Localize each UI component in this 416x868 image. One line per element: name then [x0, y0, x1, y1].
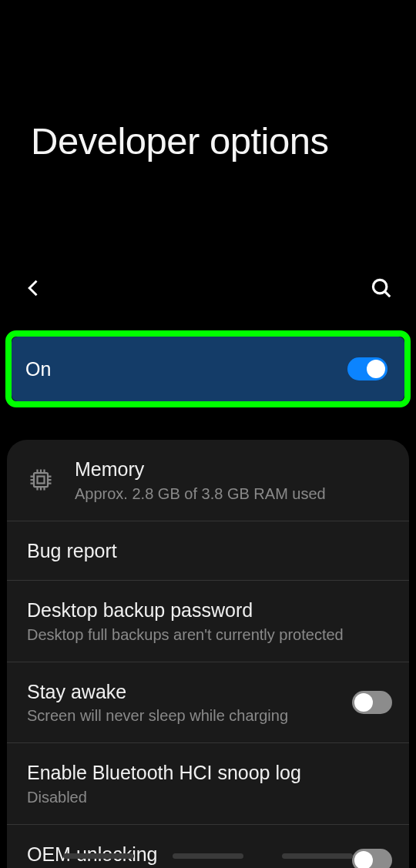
item-title: Enable Bluetooth HCI snoop log: [27, 760, 392, 786]
item-title: Bug report: [27, 538, 392, 564]
item-text: Bug report: [27, 538, 392, 564]
item-subtitle: Disabled: [27, 787, 392, 807]
setting-item-bug-report[interactable]: Bug report: [7, 521, 409, 581]
item-title: Desktop backup password: [27, 598, 392, 623]
setting-item-oem-unlocking[interactable]: OEM unlocking Allow the bootloader to be…: [7, 825, 409, 869]
master-toggle-label: On: [25, 358, 51, 380]
svg-rect-2: [34, 473, 48, 487]
page-title: Developer options: [0, 0, 416, 163]
setting-item-stay-awake[interactable]: Stay awake Screen will never sleep while…: [7, 662, 409, 744]
svg-rect-3: [38, 477, 45, 484]
item-text: Desktop backup password Desktop full bac…: [27, 598, 392, 645]
switch-thumb: [354, 693, 373, 712]
setting-item-bluetooth-hci[interactable]: Enable Bluetooth HCI snoop log Disabled: [7, 743, 409, 825]
search-icon[interactable]: [370, 276, 393, 303]
nav-recent[interactable]: [63, 853, 134, 859]
switch-thumb: [367, 360, 385, 378]
back-icon[interactable]: [23, 277, 45, 302]
item-title: Memory: [75, 457, 392, 482]
memory-icon: [27, 466, 55, 494]
nav-home[interactable]: [173, 853, 243, 859]
toolbar: [0, 270, 416, 309]
item-title: Stay awake: [27, 679, 343, 705]
item-text: Memory Approx. 2.8 GB of 3.8 GB RAM used: [75, 457, 392, 504]
item-subtitle: Approx. 2.8 GB of 3.8 GB RAM used: [75, 484, 392, 504]
item-text: Enable Bluetooth HCI snoop log Disabled: [27, 760, 392, 807]
master-toggle-row[interactable]: On: [12, 337, 404, 401]
settings-list: Memory Approx. 2.8 GB of 3.8 GB RAM used…: [7, 440, 409, 868]
nav-bar: [0, 853, 416, 859]
highlight-annotation: On: [5, 330, 411, 407]
nav-back[interactable]: [282, 853, 353, 859]
item-subtitle: Desktop full backups aren't currently pr…: [27, 625, 392, 645]
item-text: Stay awake Screen will never sleep while…: [27, 679, 343, 726]
svg-point-0: [373, 280, 387, 293]
svg-line-1: [384, 291, 390, 297]
item-subtitle: Screen will never sleep while charging: [27, 705, 343, 726]
setting-item-memory[interactable]: Memory Approx. 2.8 GB of 3.8 GB RAM used: [7, 440, 409, 521]
setting-item-desktop-backup[interactable]: Desktop backup password Desktop full bac…: [7, 581, 409, 662]
master-toggle-switch[interactable]: [347, 357, 387, 380]
stay-awake-switch[interactable]: [352, 691, 392, 714]
